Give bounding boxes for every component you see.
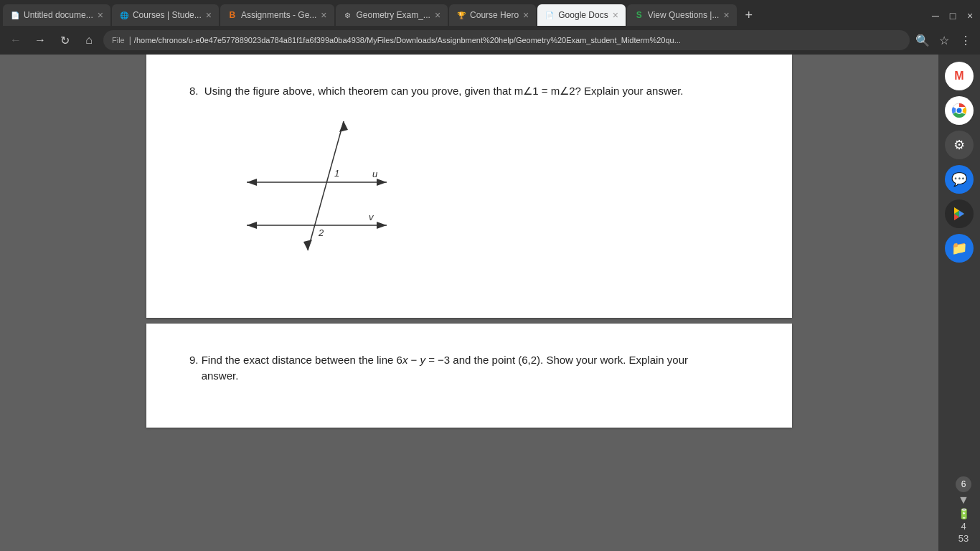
page-number-badge: 6 (956, 476, 971, 492)
tab1-label: Untitled docume... (24, 10, 93, 20)
tab4-icon: ⚙ (343, 10, 353, 20)
question-8-number: 8. (189, 85, 204, 97)
tab4-close[interactable]: × (430, 9, 440, 21)
tab6-icon: 📄 (545, 10, 555, 20)
tab-bar: 📄 Untitled docume... × 🌐 Courses | Stude… (0, 0, 980, 26)
more-options-icon[interactable]: ⋮ (957, 32, 974, 49)
tab3-label: Assignments - Ge... (241, 10, 316, 20)
tab-view-questions[interactable]: S View Questions |... × (627, 4, 737, 26)
messages-icon[interactable]: 💬 (945, 165, 974, 194)
address-input-bar[interactable]: File | /home/chronos/u-e0e47e577889023da… (103, 30, 910, 50)
tab-courses[interactable]: 🌐 Courses | Stude... × (112, 4, 219, 26)
label-1: 1 (334, 168, 339, 179)
scroll-down-arrow[interactable]: ▼ (958, 494, 969, 507)
play-svg (951, 205, 968, 222)
forward-button[interactable]: → (30, 30, 50, 50)
page-card-q9: 9. Find the exact distance between the l… (146, 324, 792, 428)
gmail-icon[interactable]: M (945, 62, 974, 90)
page-card-q8: 8. Using the figure above, which theorem… (146, 55, 792, 318)
tab-untitled-document[interactable]: 📄 Untitled docume... × (3, 4, 110, 26)
gear-symbol: ⚙ (953, 137, 965, 153)
bookmark-icon[interactable]: ☆ (936, 32, 953, 49)
question-9-number: 9. (189, 354, 199, 366)
gmail-letter: M (954, 70, 963, 83)
question-9-text: 9. Find the exact distance between the l… (189, 352, 749, 385)
back-button[interactable]: ← (6, 30, 26, 50)
tab7-close[interactable]: × (719, 9, 729, 21)
tab2-label: Courses | Stude... (133, 10, 202, 20)
protocol-label: File (112, 36, 125, 44)
address-separator: | (129, 35, 131, 45)
svg-marker-1 (339, 121, 348, 132)
tab2-close[interactable]: × (202, 9, 212, 21)
play-store-icon[interactable] (945, 199, 974, 228)
battery-icon: 🔋 (958, 508, 970, 519)
tab4-label: Geometry Exam_... (357, 10, 430, 20)
chrome-svg (949, 100, 969, 121)
minimize-button[interactable]: ─ (928, 9, 943, 23)
address-text: /home/chronos/u-e0e47e577889023da784a81f… (134, 36, 901, 44)
time-min: 53 (958, 533, 969, 544)
tab3-close[interactable]: × (316, 9, 326, 21)
document-area[interactable]: 8. Using the figure above, which theorem… (0, 55, 938, 551)
time-hour: 4 (961, 521, 966, 532)
browser-frame: 📄 Untitled docume... × 🌐 Courses | Stude… (0, 0, 980, 55)
tab5-label: Course Hero (470, 10, 519, 20)
new-tab-button[interactable]: + (738, 4, 760, 26)
geometry-svg: u 1 v 2 (232, 114, 448, 272)
tab1-close[interactable]: × (93, 9, 103, 21)
svg-marker-8 (377, 222, 387, 229)
tab7-icon: S (634, 10, 644, 20)
label-u: u (372, 169, 377, 179)
settings-icon[interactable]: ⚙ (945, 131, 974, 159)
svg-marker-7 (247, 222, 257, 229)
tab3-icon: B (227, 10, 237, 20)
label-2: 2 (318, 227, 324, 238)
tab7-label: View Questions |... (648, 10, 720, 20)
tab-geometry-exam[interactable]: ⚙ Geometry Exam_... × (336, 4, 448, 26)
tab1-icon: 📄 (10, 10, 20, 20)
home-button[interactable]: ⌂ (79, 30, 99, 50)
messages-symbol: 💬 (951, 171, 967, 187)
tab6-close[interactable]: × (608, 9, 618, 21)
geometry-figure: u 1 v 2 (232, 114, 749, 275)
tab5-icon: 🏆 (456, 10, 466, 20)
chrome-app-icon[interactable] (945, 96, 974, 125)
files-icon[interactable]: 📁 (945, 234, 974, 263)
svg-marker-2 (303, 240, 312, 250)
address-bar: ← → ↻ ⌂ File | /home/chronos/u-e0e47e577… (0, 26, 980, 55)
svg-marker-16 (959, 211, 964, 217)
tab6-label: Google Docs (558, 10, 608, 20)
files-symbol: 📁 (951, 240, 967, 256)
tab-assignments[interactable]: B Assignments - Ge... × (220, 4, 334, 26)
svg-point-12 (957, 108, 962, 113)
tab2-icon: 🌐 (119, 10, 129, 20)
label-v: v (369, 212, 374, 222)
svg-marker-5 (377, 179, 387, 186)
address-action-icons: 🔍 ☆ ⋮ (914, 32, 974, 49)
search-icon[interactable]: 🔍 (914, 32, 931, 49)
question-8-text: 8. Using the figure above, which theorem… (189, 83, 749, 100)
maximize-button[interactable]: □ (946, 9, 960, 23)
bottom-info: 6 ▼ 🔋 4 53 (956, 476, 971, 545)
tab-google-docs[interactable]: 📄 Google Docs × (537, 4, 626, 26)
refresh-button[interactable]: ↻ (55, 30, 75, 50)
svg-line-0 (308, 121, 344, 250)
svg-marker-4 (247, 179, 257, 186)
tab5-close[interactable]: × (519, 9, 529, 21)
side-panel: M ⚙ 💬 (938, 55, 980, 551)
tab-course-hero[interactable]: 🏆 Course Hero × (449, 4, 536, 26)
main-content: 8. Using the figure above, which theorem… (0, 55, 980, 551)
close-window-button[interactable]: × (963, 9, 977, 23)
time-display: 4 53 (958, 521, 969, 545)
